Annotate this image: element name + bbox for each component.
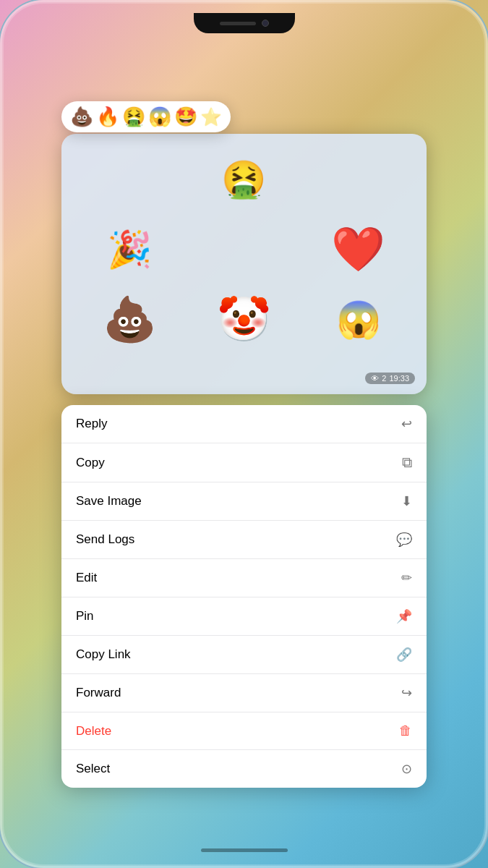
front-camera — [262, 20, 269, 27]
emoji-heart: ❤️ — [331, 224, 385, 275]
notch — [194, 13, 295, 33]
menu-label-forward: Forward — [76, 686, 121, 700]
emoji-grid: 🤮 🎉 ❤️ 💩 🤡 😱 — [76, 148, 412, 351]
emoji-vomit: 🤮 — [221, 158, 266, 200]
copy-link-icon: 🔗 — [396, 647, 412, 663]
menu-item-reply[interactable]: Reply ↩ — [61, 405, 427, 443]
message-meta: 👁 2 19:33 — [365, 373, 415, 384]
phone-wrapper: 💩 🔥 🤮 😱 🤩 ⭐ 🤮 🎉 ❤️ 💩 🤡 😱 — [0, 0, 488, 868]
menu-item-copy-link[interactable]: Copy Link 🔗 — [61, 636, 427, 674]
menu-label-delete: Delete — [76, 724, 111, 739]
menu-label-edit: Edit — [76, 571, 97, 585]
send-logs-icon: 💬 — [396, 532, 412, 548]
menu-label-send-logs: Send Logs — [76, 532, 134, 547]
edit-icon: ✏ — [401, 570, 412, 586]
reaction-fire[interactable]: 🔥 — [96, 106, 119, 128]
emoji-party: 🎉 — [107, 229, 152, 271]
reaction-scream[interactable]: 😱 — [148, 106, 171, 128]
reaction-vomit[interactable]: 🤮 — [122, 106, 145, 128]
speaker-grille — [220, 22, 256, 25]
home-indicator — [201, 848, 288, 852]
menu-item-save-image[interactable]: Save Image ⬇ — [61, 482, 427, 521]
menu-item-edit[interactable]: Edit ✏ — [61, 559, 427, 597]
delete-icon: 🗑 — [399, 723, 412, 739]
forward-icon: ↪ — [401, 685, 412, 701]
menu-label-reply: Reply — [76, 417, 107, 431]
reaction-bar[interactable]: 💩 🔥 🤮 😱 🤩 ⭐ — [61, 101, 231, 132]
reply-icon: ↩ — [401, 416, 412, 432]
views-count: 2 — [382, 374, 386, 383]
menu-item-pin[interactable]: Pin 📌 — [61, 597, 427, 636]
menu-label-copy: Copy — [76, 456, 105, 470]
reaction-star[interactable]: ⭐ — [200, 107, 222, 127]
copy-icon: ⧉ — [402, 454, 412, 471]
emoji-scream: 😱 — [336, 299, 381, 341]
menu-label-copy-link: Copy Link — [76, 647, 131, 662]
menu-label-select: Select — [76, 762, 110, 776]
menu-item-delete[interactable]: Delete 🗑 — [61, 712, 427, 750]
views-icon: 👁 — [371, 374, 379, 383]
reaction-starstruck[interactable]: 🤩 — [174, 106, 197, 128]
menu-item-select[interactable]: Select ⊙ — [61, 750, 427, 788]
pin-icon: 📌 — [396, 608, 412, 624]
message-time: 19:33 — [389, 374, 409, 383]
emoji-clown: 🤡 — [217, 294, 271, 345]
menu-label-save-image: Save Image — [76, 494, 142, 509]
message-bubble: 🤮 🎉 ❤️ 💩 🤡 😱 👁 2 19:33 — [61, 134, 427, 394]
menu-label-pin: Pin — [76, 609, 94, 624]
select-icon: ⊙ — [401, 761, 412, 777]
menu-item-forward[interactable]: Forward ↪ — [61, 674, 427, 712]
context-menu: Reply ↩ Copy ⧉ Save Image ⬇ Send Logs 💬 … — [61, 405, 427, 788]
save-image-icon: ⬇ — [401, 493, 412, 509]
reaction-poop[interactable]: 💩 — [70, 106, 93, 128]
screen-content: 💩 🔥 🤮 😱 🤩 ⭐ 🤮 🎉 ❤️ 💩 🤡 😱 — [0, 0, 488, 868]
menu-item-send-logs[interactable]: Send Logs 💬 — [61, 521, 427, 559]
emoji-poop: 💩 — [103, 294, 157, 345]
menu-item-copy[interactable]: Copy ⧉ — [61, 443, 427, 482]
